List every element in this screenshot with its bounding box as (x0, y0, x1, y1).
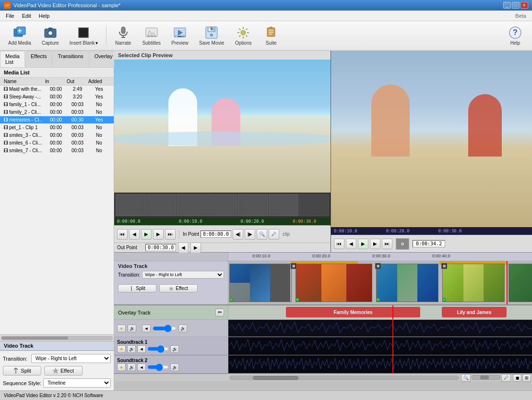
timeline-effect-btn[interactable]: Effect (159, 284, 198, 292)
timeline-hscroll[interactable]: 🔍 🔎 ◼ ⊞ (114, 374, 532, 381)
clip-prev-btn[interactable]: ◀ (129, 229, 140, 240)
effect-button[interactable]: Effect (44, 366, 83, 376)
media-list-body: 🎞Maid with the...00:002:49Yes 🎞Sleep Awa… (0, 85, 114, 334)
zoom-in-timeline-btn[interactable]: 🔎 (501, 374, 511, 382)
audio-mute-btn[interactable]: 🔊 (128, 325, 136, 332)
video-controls-section: Transition: Wipe - Right to Left Split E… (0, 351, 114, 390)
insert-blank-button[interactable]: Insert Blank ▾ (65, 23, 102, 48)
menu-help[interactable]: Help (35, 12, 54, 20)
svg-point-27 (211, 34, 213, 36)
st1-star-btn[interactable]: ★ (117, 345, 126, 353)
scrollbar-track[interactable] (229, 376, 459, 380)
media-list-scrollbar[interactable] (0, 334, 114, 341)
st2-vol-icon[interactable]: 🔊 (170, 364, 179, 371)
set-out-btn[interactable]: |▶ (245, 229, 255, 240)
menu-file[interactable]: File (2, 12, 18, 20)
timeline-clip-2[interactable] (296, 264, 372, 302)
prev-clip-btn[interactable]: ◀ (178, 242, 189, 253)
status-text: VideoPad Video Editor v 2.20 © NCH Softw… (4, 393, 103, 398)
seq-prev-btn[interactable]: ◀ (346, 239, 356, 249)
media-item[interactable]: 🎞smiles_6 - Cli...00:0000:03No (0, 139, 114, 147)
suite-button[interactable]: Suite (258, 23, 284, 48)
audio-volume-slider[interactable] (153, 326, 177, 331)
st1-volume-slider[interactable] (147, 346, 169, 352)
media-item[interactable]: 🎞smiles_3 - Cli...00:0000:03No (0, 132, 114, 139)
audio-vol-icon[interactable]: 🔊 (178, 325, 187, 332)
st2-volume-slider[interactable] (147, 364, 169, 370)
media-item[interactable]: 🎞Sleep Away -...00:003:20Yes (0, 93, 114, 101)
save-movie-icon (205, 26, 218, 39)
audio-prev-btn[interactable]: ◄ (142, 325, 151, 332)
preview-button[interactable]: Preview (167, 23, 193, 48)
out-point-value[interactable]: 0:00:30.0 (145, 244, 176, 251)
timeline-btn-2[interactable]: ⊞ (522, 374, 531, 382)
st2-prev-btn[interactable]: ◄ (137, 364, 146, 371)
add-media-button[interactable]: Add Media (4, 23, 35, 48)
save-movie-button[interactable]: Save Movie (195, 23, 228, 48)
timeline-clip-4[interactable] (442, 264, 505, 302)
scrollbar-thumb[interactable] (253, 376, 298, 380)
overlay-track-side: Overlay Track ✏ (114, 305, 228, 319)
clip-play-btn[interactable]: ▶ (141, 229, 152, 240)
st2-star-btn[interactable]: ★ (117, 364, 126, 371)
ruler-side (114, 253, 228, 261)
audio-star-btn[interactable]: ★ (117, 325, 126, 332)
media-item[interactable]: 🎞pet_1 - Clip 100:0000:03No (0, 124, 114, 132)
timeline-clip-3[interactable] (376, 264, 438, 302)
zoom-out-btn[interactable]: 🔎 (269, 229, 279, 240)
seq-play-btn[interactable]: ▶ (358, 239, 368, 249)
subtitles-button[interactable]: Subtitles (138, 23, 165, 48)
seq-step-fwd-btn[interactable]: ⏭ (382, 239, 392, 249)
clip-label: clip (283, 231, 290, 237)
media-item[interactable]: 🎞family_2 - Cli...00:0000:03No (0, 109, 114, 116)
st1-vol-icon[interactable]: 🔊 (170, 345, 179, 353)
clip-step-fwd-btn[interactable]: ⏭ (165, 229, 176, 240)
st1-prev-btn[interactable]: ◄ (137, 345, 146, 353)
seq-next-btn[interactable]: ▶ (370, 239, 380, 249)
filmstrip-frame (299, 194, 329, 216)
overlay-clip-1[interactable]: Family Memories (286, 307, 420, 317)
timeline-btn-1[interactable]: ◼ (513, 374, 521, 382)
menu-edit[interactable]: Edit (18, 12, 35, 20)
timeline-split-btn[interactable]: Split (118, 284, 156, 292)
split-button[interactable]: Split (3, 366, 41, 376)
media-item[interactable]: 🎞Maid with the...00:002:49Yes (0, 85, 114, 93)
clip-marker-1 (229, 298, 233, 302)
overlay-edit-btn[interactable]: ✏ (215, 309, 224, 316)
narrate-button[interactable]: Narrate (110, 23, 136, 48)
media-item[interactable]: 🎞smiles_7 - Cli...00:0000:03No (0, 147, 114, 155)
timeline-clip-5[interactable] (508, 264, 532, 302)
close-btn[interactable]: ✕ (520, 2, 528, 9)
media-item-selected[interactable]: 🎞memories - Cl...00:0000:30Yes (0, 116, 114, 124)
tab-overlay[interactable]: Overlay (89, 51, 118, 67)
st2-mute-btn[interactable]: 🔊 (127, 364, 136, 371)
transition-select[interactable]: Wipe - Right to Left (31, 354, 111, 363)
st1-mute-btn[interactable]: 🔊 (127, 345, 136, 353)
screenshot-btn[interactable] (396, 238, 409, 250)
clip-next-btn[interactable]: ▶ (153, 229, 164, 240)
timeline-scroll-track[interactable] (229, 376, 459, 380)
zoom-in-btn[interactable]: 🔍 (257, 229, 267, 240)
media-item[interactable]: 🎞family_1 - Cli...00:0000:03No (0, 101, 114, 109)
sequence-style-select[interactable]: Timeline (43, 378, 111, 388)
tab-effects[interactable]: Effects (25, 51, 52, 67)
next-clip-btn[interactable]: ▶ (190, 242, 201, 253)
minimize-btn[interactable]: _ (503, 2, 511, 9)
overlay-clip-2[interactable]: Lily and James (442, 307, 507, 317)
seq-step-back-btn[interactable]: ⏮ (334, 239, 344, 249)
clip-step-back-btn[interactable]: ⏮ (117, 229, 128, 240)
zoom-slider-track[interactable] (472, 375, 500, 380)
options-button[interactable]: Options (230, 23, 256, 48)
insert-blank-dropdown[interactable]: ▾ (95, 40, 98, 46)
capture-button[interactable]: Capture (37, 23, 63, 48)
tab-transitions[interactable]: Transitions (52, 51, 88, 67)
timeline-clip-1[interactable] (229, 264, 292, 302)
maximize-btn[interactable]: □ (512, 2, 520, 9)
zoom-out-timeline-btn[interactable]: 🔍 (461, 374, 471, 382)
add-media-icon (13, 26, 26, 39)
in-point-value[interactable]: 0:00:00.0 (201, 230, 231, 238)
tab-media-list[interactable]: Media List (0, 51, 25, 67)
timeline-transition-select[interactable]: Wipe - Right to Left (142, 271, 224, 279)
set-in-btn[interactable]: ◀| (233, 229, 243, 240)
help-button[interactable]: ? Help (502, 23, 528, 48)
